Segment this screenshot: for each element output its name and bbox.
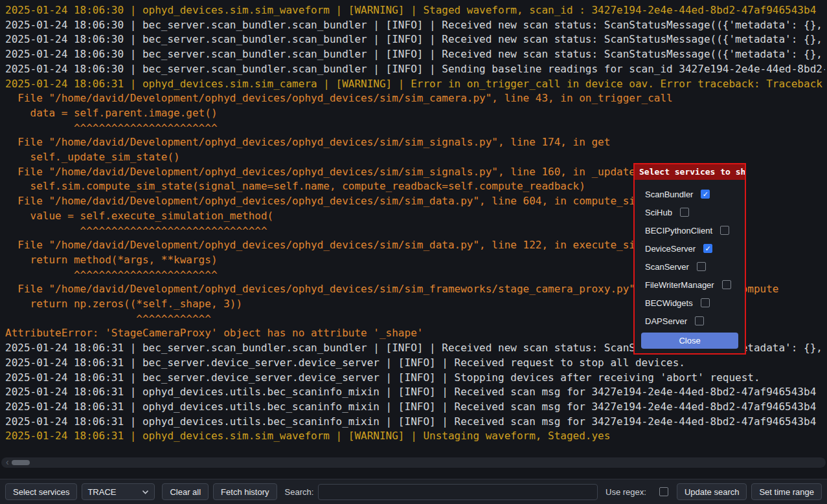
update-search-button[interactable]: Update search [677,483,747,500]
chevron-down-icon [142,490,149,494]
service-label: DAPServer [645,316,687,326]
service-label: BECWidgets [645,298,693,308]
service-checkbox[interactable] [697,262,706,271]
service-checkbox[interactable] [680,208,689,217]
log-line: 2025-01-24 18:06:31 | ophyd_devices.util… [5,400,825,415]
log-line: 2025-01-24 18:06:31 | ophyd_devices.util… [5,385,825,400]
service-checkbox[interactable] [695,316,704,325]
log-level-value: TRACE [87,487,116,497]
log-line: 2025-01-24 18:06:30 | bec_server.scan_bu… [5,47,825,62]
service-row: FileWriterManager [635,276,745,294]
service-label: SciHub [645,208,672,217]
service-checkbox[interactable]: ✓ [701,190,710,199]
log-line: 2025-01-24 18:06:31 | bec_server.device_… [5,371,825,386]
fetch-history-button[interactable]: Fetch history [213,483,277,500]
log-line: 2025-01-24 18:06:30 | ophyd_devices.sim.… [5,3,825,18]
search-label: Search: [285,487,314,497]
bottom-toolbar: Select services TRACE Clear all Fetch hi… [0,479,827,504]
service-row: BECIPythonClient [635,221,745,239]
use-regex-label: Use regex: [606,487,646,497]
log-line: 2025-01-24 18:06:31 | ophyd_devices.sim.… [5,77,825,92]
log-line: 2025-01-24 18:06:30 | bec_server.scan_bu… [5,18,825,33]
service-row: SciHub [635,203,745,221]
log-line: 2025-01-24 18:06:30 | bec_server.scan_bu… [5,62,825,77]
clear-all-button[interactable]: Clear all [162,483,209,500]
service-checkbox[interactable] [720,226,729,235]
scrollbar-handle[interactable] [12,460,30,465]
service-label: FileWriterManager [645,280,714,290]
close-button[interactable]: Close [641,333,738,349]
log-line: 2025-01-24 18:06:31 | ophyd_devices.util… [5,415,825,430]
service-row: ScanBundler✓ [635,185,745,203]
service-label: BECIPythonClient [645,226,712,236]
select-services-dialog: Select services to sh ScanBundler✓SciHub… [633,163,746,355]
service-checkbox[interactable] [722,280,731,289]
service-row: DeviceServer✓ [635,239,745,257]
search-input[interactable] [318,484,598,500]
log-line: data = self.parent.image.get() [5,106,825,121]
log-line: 2025-01-24 18:06:31 | bec_server.device_… [5,356,825,371]
set-time-range-button[interactable]: Set time range [751,483,822,500]
service-label: DeviceServer [645,244,696,254]
log-line: ^^^^^^^^^^^^^^^^^^^^^^^ [5,121,825,136]
log-line: 2025-01-24 18:06:31 | ophyd_devices.sim.… [5,429,825,444]
log-line: 2025-01-24 18:06:30 | bec_server.scan_bu… [5,32,825,47]
scroll-left-arrow-icon[interactable]: ‹ [6,457,9,467]
service-checkbox[interactable]: ✓ [703,244,712,253]
dialog-title: Select services to sh [635,164,745,180]
service-checkbox[interactable] [701,298,710,307]
service-row: DAPServer [635,312,745,330]
service-label: ScanBundler [645,190,693,199]
horizontal-scrollbar[interactable]: ‹ [1,457,826,468]
log-line: File "/home/david/Development/ophyd_devi… [5,135,825,150]
select-services-button[interactable]: Select services [5,483,77,500]
log-level-select[interactable]: TRACE [82,483,155,500]
service-row: ScanServer [635,257,745,276]
log-line: File "/home/david/Development/ophyd_devi… [5,91,825,106]
service-label: ScanServer [645,262,689,272]
use-regex-checkbox[interactable] [659,487,668,496]
service-row: BECWidgets [635,294,745,312]
service-list: ScanBundler✓SciHubBECIPythonClientDevice… [635,180,745,330]
